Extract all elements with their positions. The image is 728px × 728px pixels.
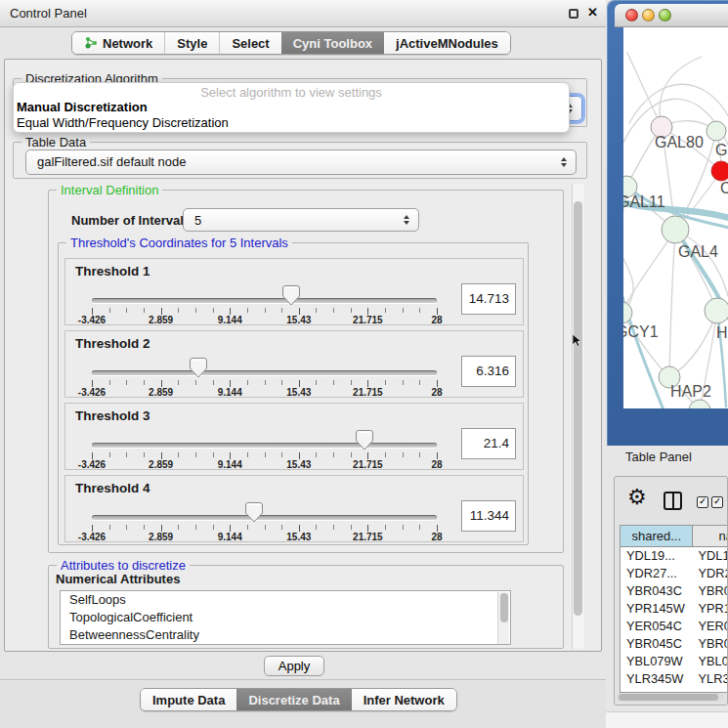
network-canvas[interactable]: GAL80GCGAL11GAL4GCY1HHAP2 bbox=[623, 27, 728, 408]
slider-tick bbox=[299, 308, 300, 315]
attribute-list-item[interactable]: SelfLoops bbox=[61, 591, 510, 609]
bottom-right-strip bbox=[606, 711, 728, 728]
slider-tick bbox=[161, 452, 162, 459]
checkbox-icon[interactable]: ✓ bbox=[697, 496, 708, 508]
attribute-list-item[interactable]: TopologicalCoefficient bbox=[61, 609, 510, 626]
mouse-cursor bbox=[573, 334, 582, 348]
column-header-shared-name[interactable]: shared... bbox=[621, 526, 693, 546]
split-columns-icon[interactable] bbox=[664, 492, 682, 510]
algorithm-option-equal-width-frequency-discretization[interactable]: Equal Width/Frequency Discretization bbox=[14, 115, 569, 131]
slider-tick bbox=[385, 452, 386, 457]
network-edge[interactable] bbox=[623, 272, 664, 408]
tab-jactivemnodules[interactable]: jActiveMNodules bbox=[384, 32, 510, 54]
threshold-value-field[interactable]: 11.344 bbox=[461, 500, 516, 532]
table-row[interactable]: YBR043CYBR04 bbox=[621, 582, 728, 600]
slider-tick bbox=[385, 308, 386, 313]
slider-tick bbox=[247, 380, 248, 385]
combo-arrows-icon bbox=[404, 215, 409, 225]
network-node[interactable] bbox=[707, 121, 726, 141]
slider-tick bbox=[230, 525, 231, 532]
list-scrollbar[interactable] bbox=[497, 592, 509, 645]
network-view-window: GAL80GCGAL11GAL4GCY1HHAP2 bbox=[607, 0, 728, 446]
slider-thumb[interactable] bbox=[282, 285, 300, 309]
network-edge[interactable] bbox=[627, 53, 662, 127]
table-hscrollbar[interactable] bbox=[617, 693, 724, 702]
close-icon[interactable]: ✕ bbox=[587, 5, 598, 20]
tab-label: Network bbox=[103, 36, 152, 51]
control-panel-titlebar[interactable]: Control Panel ✕ bbox=[0, 0, 606, 27]
slider-tick bbox=[299, 452, 300, 459]
threshold-value-field[interactable]: 6.316 bbox=[461, 356, 516, 387]
tick-label: -3.426 bbox=[69, 315, 114, 325]
mac-zoom-icon[interactable] bbox=[659, 9, 671, 21]
slider-tick bbox=[351, 380, 352, 385]
network-window-titlebar[interactable] bbox=[615, 4, 728, 27]
numerical-attributes-list[interactable]: SelfLoopsTopologicalCoefficientBetweenne… bbox=[60, 590, 511, 645]
tab-select[interactable]: Select bbox=[219, 32, 280, 54]
table-row[interactable]: YBL079WYBL07 bbox=[621, 653, 728, 670]
number-of-intervals-select[interactable]: 5 bbox=[183, 208, 419, 232]
network-edge[interactable] bbox=[660, 57, 702, 127]
slider-thumb[interactable] bbox=[245, 502, 263, 526]
tab-impute-data[interactable]: Impute Data bbox=[141, 689, 236, 710]
table-data-select[interactable]: galFiltered.sif default node bbox=[25, 150, 577, 175]
network-node[interactable] bbox=[662, 216, 689, 243]
tick-label: 9.144 bbox=[207, 387, 252, 398]
network-node[interactable] bbox=[689, 400, 710, 408]
tick-label: 15.43 bbox=[277, 459, 321, 470]
tab-infer-network[interactable]: Infer Network bbox=[352, 689, 456, 710]
slider-thumb[interactable] bbox=[356, 430, 373, 453]
table-row[interactable]: YDL19...YDL19 bbox=[621, 547, 728, 565]
tab-cyni-toolbox[interactable]: Cyni Toolbox bbox=[281, 32, 384, 54]
table-row[interactable]: YDR27...YDR27 bbox=[621, 565, 728, 582]
slider-tick bbox=[92, 308, 93, 315]
slider-tick bbox=[92, 380, 93, 387]
slider-tick bbox=[265, 525, 266, 530]
table-row[interactable]: YER054CYER05 bbox=[621, 618, 728, 635]
table-cell: YBR04 bbox=[694, 635, 728, 653]
tab-style[interactable]: Style bbox=[164, 32, 219, 54]
table-panel-title: Table Panel bbox=[625, 450, 692, 464]
network-node[interactable] bbox=[711, 161, 728, 181]
mac-minimize-icon[interactable] bbox=[642, 9, 655, 21]
slider-tick bbox=[230, 452, 231, 459]
gear-icon[interactable]: ⚙ bbox=[627, 487, 647, 508]
tab-network[interactable]: Network bbox=[72, 32, 164, 54]
table-cell: YER054C bbox=[621, 618, 694, 635]
algorithm-option-manual-discretization[interactable]: Manual Discretization bbox=[14, 100, 569, 115]
panel-scrollbar-thumb[interactable] bbox=[574, 201, 582, 616]
slider-tick bbox=[178, 380, 179, 385]
slider-track bbox=[92, 443, 437, 448]
tick-label: -3.426 bbox=[69, 387, 114, 398]
table-row[interactable]: YLR345WYLR34 bbox=[621, 670, 728, 688]
network-node-label: GAL4 bbox=[678, 243, 718, 260]
table-row[interactable]: YBR045CYBR04 bbox=[621, 635, 728, 653]
bottom-tab-bar: Impute DataDiscretize DataInfer Network bbox=[140, 688, 457, 711]
threshold-value-field[interactable]: 14.713 bbox=[461, 283, 516, 315]
slider-tick bbox=[109, 308, 110, 313]
tick-label: 15.43 bbox=[277, 387, 321, 398]
slider-thumb[interactable] bbox=[190, 358, 207, 381]
tab-discretize-data[interactable]: Discretize Data bbox=[236, 689, 351, 710]
threshold-value-field[interactable]: 21.4 bbox=[461, 428, 516, 459]
slider-tick bbox=[367, 525, 368, 532]
attribute-list-item[interactable]: BetweennessCentrality bbox=[61, 626, 510, 644]
float-window-icon[interactable] bbox=[569, 9, 578, 19]
slider-tick bbox=[161, 525, 162, 532]
slider-tick bbox=[109, 380, 110, 385]
slider-tick bbox=[351, 452, 352, 457]
table-cell: YDR27... bbox=[621, 565, 694, 582]
network-node[interactable] bbox=[705, 298, 728, 323]
network-edge[interactable] bbox=[669, 230, 675, 377]
slider-tick bbox=[419, 380, 420, 385]
table-row[interactable]: YPR145WYPR14 bbox=[621, 600, 728, 618]
mac-close-icon[interactable] bbox=[625, 9, 638, 21]
table-cell: YBR04 bbox=[694, 582, 728, 600]
slider-tick bbox=[144, 308, 145, 313]
column-header-name[interactable]: na bbox=[693, 526, 728, 546]
apply-button[interactable]: Apply bbox=[264, 656, 324, 676]
slider-tick bbox=[403, 452, 404, 457]
slider-tick bbox=[247, 452, 248, 457]
tab-label: Style bbox=[177, 36, 207, 51]
checkbox-icon[interactable]: ✓ bbox=[711, 496, 723, 508]
